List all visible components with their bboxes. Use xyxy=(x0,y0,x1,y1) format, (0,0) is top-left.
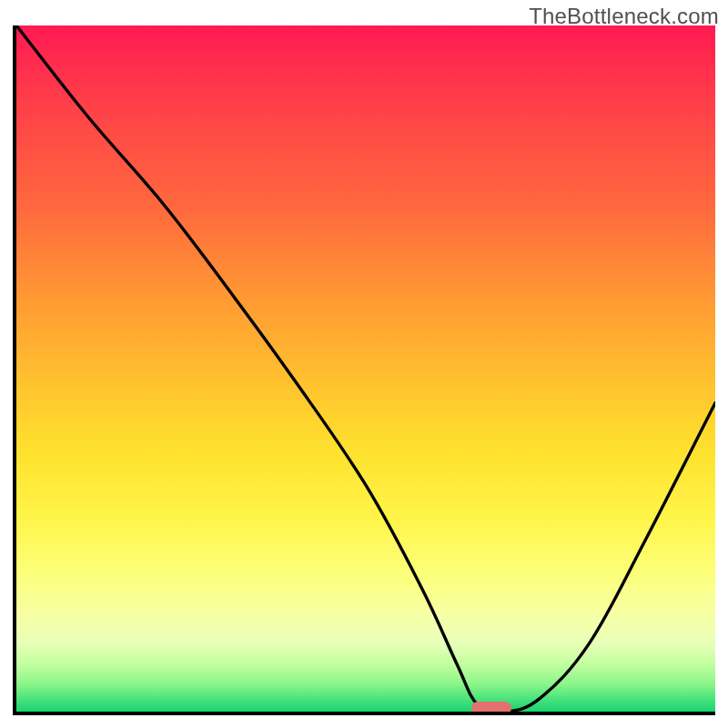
plot-area xyxy=(13,25,715,715)
optimal-marker xyxy=(471,702,511,714)
bottleneck-curve xyxy=(16,25,715,712)
curve-layer xyxy=(16,25,715,712)
watermark-text: TheBottleneck.com xyxy=(529,4,719,29)
chart-container: TheBottleneck.com xyxy=(0,0,728,728)
